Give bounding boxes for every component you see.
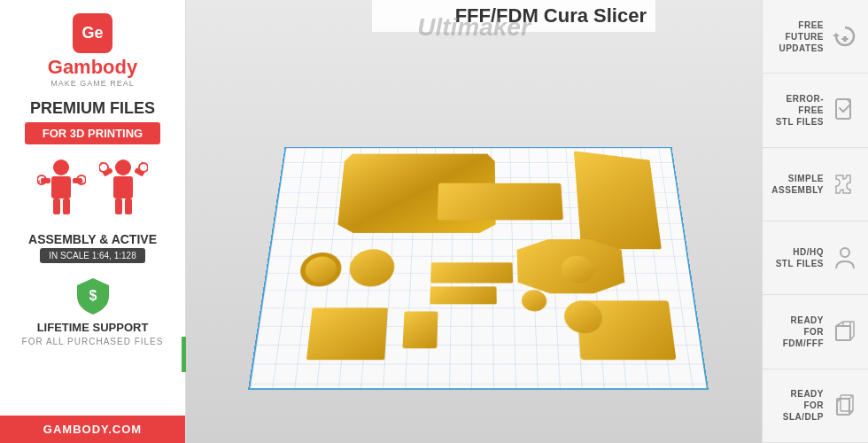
ultimaker-watermark: Ultimaker [417,13,531,42]
svg-rect-11 [113,176,133,198]
assembly-label: ASSEMBLY & ACTIVE [28,232,157,246]
svg-rect-26 [836,326,850,340]
main-viewer: FFF/FDM Cura Slicer Ultimaker [186,0,762,443]
part-rect-2 [430,286,496,304]
refresh-icon [831,22,859,51]
feature-error-free: ERROR-FREESTL FILES [763,74,868,147]
scale-badge: IN SCALE 1:64, 1:128 [40,248,144,263]
feature-free-updates: FREE FUTUREUPDATES [763,0,868,74]
robot-figure-2: ↑ ↑ [99,159,148,221]
part-arm [438,183,563,221]
svg-point-10 [115,159,131,175]
feature-fdm-text: READY FORFDM/FFF [771,315,824,349]
svg-text:↻: ↻ [37,179,43,187]
svg-text:↑: ↑ [140,159,143,167]
bed-area [213,53,744,408]
svg-text:↺: ↺ [78,179,84,187]
for-all-files-label: FOR ALL PURCHASED FILES [22,337,164,346]
part-gear-1 [298,253,343,286]
brand-logo-icon: Ge [73,13,112,53]
part-small-3 [402,311,438,348]
feature-sla: READY FORSLA/DLP [763,369,868,443]
feature-hd-hq-text: HD/HQSTL FILES [776,246,824,269]
svg-rect-1 [51,176,71,198]
box-icon [831,392,859,420]
feature-assembly-text: SIMPLEASSEMBLY [771,173,824,196]
puzzle-icon [831,170,859,198]
svg-rect-24 [836,99,850,119]
part-panel [306,307,388,360]
feature-error-free-text: ERROR-FREESTL FILES [771,93,824,128]
svg-point-25 [841,248,849,257]
bed-surface [248,147,709,390]
feature-fdm: READY FORFDM/FFF [763,295,868,369]
feature-hd-hq: HD/HQSTL FILES [763,222,868,295]
support-shield: $ [75,276,111,316]
part-small-2 [522,290,547,311]
cube-icon [831,317,859,346]
svg-rect-7 [63,198,70,214]
brand-tagline: MAKE GAME REAL [50,79,135,88]
premium-files-label: PREMIUM FILES [30,99,155,118]
right-sidebar: FREE FUTUREUPDATES ERROR-FREESTL FILES S… [762,0,868,443]
robot-figure-1: ↻ ↺ [37,159,86,221]
svg-text:↑: ↑ [99,159,103,167]
file-check-icon [831,96,859,124]
brand-name: Gambody [48,58,137,77]
part-tower [574,151,662,249]
feature-assembly: SIMPLEASSEMBLY [763,148,868,222]
parts-container [250,148,706,388]
person-icon [831,244,859,272]
svg-marker-21 [833,33,840,36]
feature-sla-text: READY FORSLA/DLP [771,388,824,423]
left-sidebar: Ge Gambody MAKE GAME REAL PREMIUM FILES … [0,0,186,443]
svg-rect-16 [115,198,122,214]
feature-free-updates-text: FREE FUTUREUPDATES [771,19,824,54]
svg-text:$: $ [89,288,97,303]
part-gear-2 [348,249,396,286]
for-3d-badge: FOR 3D PRINTING [25,122,160,144]
svg-rect-23 [843,36,847,42]
svg-point-0 [53,159,69,175]
part-rect-1 [430,262,513,283]
robot-svg-1: ↻ ↺ [37,159,86,221]
robot-svg-2: ↑ ↑ [99,159,148,221]
svg-rect-6 [53,198,60,214]
robot-figures: ↻ ↺ ↑ ↑ [37,159,148,221]
svg-rect-17 [125,198,132,214]
lifetime-support-label: LIFETIME SUPPORT [37,321,149,335]
logo-area: Ge Gambody MAKE GAME REAL [0,0,185,92]
gambody-url[interactable]: GAMBODY.COM [0,416,185,443]
shield-icon: $ [75,276,111,316]
